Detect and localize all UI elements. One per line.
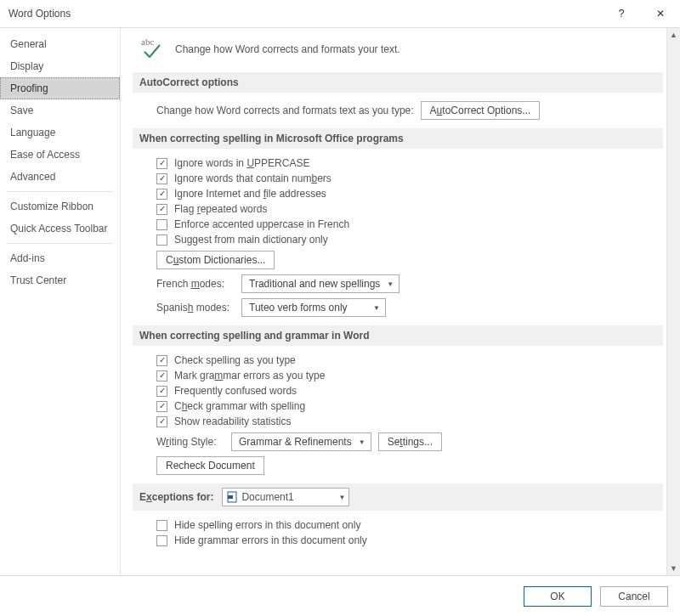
ok-button[interactable]: OK (524, 586, 592, 607)
writing-style-select[interactable]: Grammar & Refinements ▼ (231, 432, 371, 451)
chevron-down-icon: ▼ (373, 304, 380, 312)
check-label: Check grammar with spelling (174, 400, 305, 412)
sidebar-item-proofing[interactable]: Proofing (0, 77, 120, 99)
checkbox-icon (156, 219, 167, 230)
spanish-modes-label: Spanish modes: (156, 302, 235, 314)
checkbox-icon (156, 401, 167, 412)
close-button[interactable]: ✕ (641, 0, 680, 27)
check-label: Hide grammar errors in this document onl… (174, 534, 367, 546)
check-hide-grammar-errors[interactable]: Hide grammar errors in this document onl… (156, 534, 658, 546)
french-modes-label: French modes: (156, 278, 235, 290)
section-exceptions: Exceptions for: Document1 ▼ (133, 483, 663, 511)
sidebar-separator (7, 243, 113, 244)
close-icon: ✕ (656, 8, 665, 20)
autocorrect-options-button[interactable]: AutoCorrect Options... (421, 101, 541, 120)
exceptions-document-select[interactable]: Document1 ▼ (222, 488, 349, 506)
chevron-down-icon: ▼ (338, 494, 345, 501)
check-spelling-as-type[interactable]: Check spelling as you type (156, 354, 658, 366)
checkbox-icon (156, 416, 167, 427)
check-ignore-numbers[interactable]: Ignore words that contain numbers (156, 172, 658, 184)
checkmark-icon (144, 45, 160, 57)
check-label: Enforce accented uppercase in French (174, 218, 349, 230)
window-title: Word Options (8, 8, 71, 20)
vertical-scrollbar[interactable]: ▲ ▼ (666, 28, 680, 575)
sidebar-item-display[interactable]: Display (0, 55, 120, 77)
content-pane: abc Change how Word corrects and formats… (121, 28, 680, 575)
scroll-down-button[interactable]: ▼ (667, 562, 680, 575)
sidebar-item-ease-of-access[interactable]: Ease of Access (0, 144, 120, 166)
sidebar-item-language[interactable]: Language (0, 122, 120, 144)
select-value: Traditional and new spellings (249, 278, 380, 290)
row-spanish-modes: Spanish modes: Tuteo verb forms only ▼ (156, 298, 658, 317)
row-writing-style: Writing Style: Grammar & Refinements ▼ S… (156, 432, 658, 451)
check-label: Mark grammar errors as you type (174, 370, 325, 381)
help-icon: ? (619, 8, 625, 20)
sidebar: General Display Proofing Save Language E… (0, 28, 121, 575)
check-flag-repeated[interactable]: Flag repeated words (156, 203, 658, 215)
section-autocorrect-options: AutoCorrect options (133, 72, 663, 93)
title-bar: Word Options ? ✕ (0, 0, 680, 27)
checkbox-icon (156, 235, 167, 246)
sidebar-item-advanced[interactable]: Advanced (0, 166, 120, 188)
autocorrect-desc: Change how Word corrects and formats tex… (156, 105, 414, 116)
checkbox-icon (156, 520, 167, 531)
sidebar-item-add-ins[interactable]: Add-ins (0, 247, 120, 269)
check-mark-grammar[interactable]: Mark grammar errors as you type (156, 370, 658, 381)
check-ignore-internet[interactable]: Ignore Internet and file addresses (156, 188, 658, 200)
hero: abc Change how Word corrects and formats… (138, 37, 658, 62)
help-button[interactable]: ? (602, 0, 641, 27)
check-hide-spelling-errors[interactable]: Hide spelling errors in this document on… (156, 519, 658, 531)
row-french-modes: French modes: Traditional and new spelli… (156, 274, 658, 293)
checkbox-icon (156, 386, 167, 397)
checkbox-icon (156, 535, 167, 546)
sidebar-item-customize-ribbon[interactable]: Customize Ribbon (0, 195, 120, 218)
check-grammar-with-spelling[interactable]: Check grammar with spelling (156, 400, 658, 412)
select-value: Tuteo verb forms only (249, 302, 348, 314)
check-readability[interactable]: Show readability statistics (156, 415, 658, 427)
exceptions-label: Exceptions for: (139, 491, 213, 503)
check-label: Ignore words that contain numbers (174, 172, 332, 184)
sidebar-item-quick-access-toolbar[interactable]: Quick Access Toolbar (0, 218, 120, 240)
cancel-button[interactable]: Cancel (600, 586, 668, 607)
select-value: Grammar & Refinements (239, 436, 352, 448)
row-custom-dictionaries: Custom Dictionaries... (156, 251, 658, 269)
check-enforce-accented[interactable]: Enforce accented uppercase in French (156, 218, 658, 230)
check-ignore-uppercase[interactable]: Ignore words in UPPERCASE (156, 157, 658, 169)
spanish-modes-select[interactable]: Tuteo verb forms only ▼ (241, 298, 386, 317)
check-suggest-main-dict[interactable]: Suggest from main dictionary only (156, 234, 658, 246)
dialog-footer: OK Cancel (0, 575, 680, 616)
settings-button[interactable]: Settings... (378, 432, 442, 451)
writing-style-label: Writing Style: (156, 436, 224, 448)
sidebar-item-trust-center[interactable]: Trust Center (0, 269, 120, 291)
chevron-down-icon: ▼ (359, 438, 366, 446)
scroll-area[interactable]: abc Change how Word corrects and formats… (121, 28, 666, 575)
check-label: Flag repeated words (174, 203, 267, 215)
check-label: Show readability statistics (174, 415, 291, 427)
checkbox-icon (156, 158, 167, 169)
word-doc-icon (226, 491, 238, 503)
checkbox-icon (156, 173, 167, 184)
checkbox-icon (156, 204, 167, 215)
sidebar-item-general[interactable]: General (0, 33, 120, 55)
sidebar-item-save[interactable]: Save (0, 99, 120, 122)
chevron-down-icon: ▼ (387, 280, 394, 288)
select-value: Document1 (241, 491, 293, 503)
window-buttons: ? ✕ (602, 0, 680, 27)
custom-dictionaries-button[interactable]: Custom Dictionaries... (156, 251, 275, 269)
checkbox-icon (156, 355, 167, 366)
recheck-document-button[interactable]: Recheck Document (156, 456, 264, 475)
check-label: Hide spelling errors in this document on… (174, 519, 360, 531)
proofing-icon: abc (138, 37, 163, 62)
section-spelling-office: When correcting spelling in Microsoft Of… (133, 128, 663, 149)
autocorrect-row: Change how Word corrects and formats tex… (156, 101, 658, 120)
checkbox-icon (156, 189, 167, 200)
french-modes-select[interactable]: Traditional and new spellings ▼ (241, 274, 400, 293)
row-recheck: Recheck Document (156, 456, 658, 475)
check-frequently-confused[interactable]: Frequently confused words (156, 385, 658, 397)
svg-rect-1 (228, 495, 233, 499)
scroll-up-button[interactable]: ▲ (667, 28, 680, 42)
check-label: Frequently confused words (174, 385, 297, 397)
dialog-body: General Display Proofing Save Language E… (0, 27, 680, 575)
check-label: Check spelling as you type (174, 354, 296, 366)
abc-text: abc (141, 37, 154, 47)
